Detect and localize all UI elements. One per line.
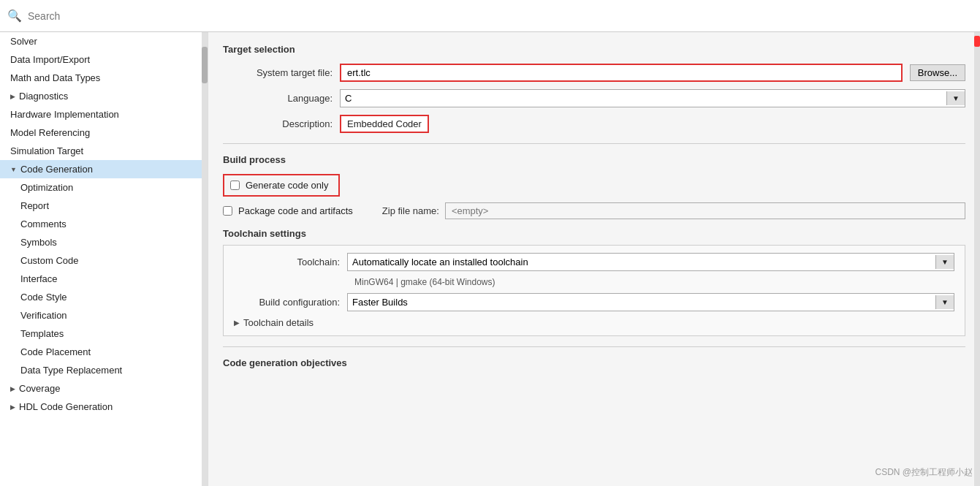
toolchain-details-label: Toolchain details bbox=[243, 317, 314, 328]
coverage-arrow-icon: ▶ bbox=[10, 385, 15, 392]
sidebar-item-optimization[interactable]: Optimization bbox=[0, 178, 208, 197]
templates-label: Templates bbox=[20, 328, 64, 339]
build-process-title: Build process bbox=[223, 154, 965, 165]
verification-label: Verification bbox=[20, 310, 67, 321]
toolchain-select[interactable]: Automatically locate an installed toolch… bbox=[348, 254, 935, 270]
zip-file-label: Zip file name: bbox=[382, 205, 439, 216]
sidebar-item-report[interactable]: Report bbox=[0, 197, 208, 215]
sidebar-item-diagnostics[interactable]: ▶Diagnostics bbox=[0, 87, 208, 105]
code-style-label: Code Style bbox=[20, 292, 67, 303]
sidebar-item-code-generation[interactable]: ▼Code Generation bbox=[0, 160, 208, 178]
sidebar-item-verification[interactable]: Verification bbox=[0, 306, 208, 324]
build-config-select-wrapper: Faster Builds ▼ bbox=[347, 293, 954, 311]
language-select[interactable]: C bbox=[341, 90, 946, 107]
custom-code-label: Custom Code bbox=[20, 255, 78, 266]
system-target-file-row: System target file: Browse... bbox=[223, 64, 965, 82]
build-config-select[interactable]: Faster Builds bbox=[348, 294, 935, 311]
toolchain-label: Toolchain: bbox=[234, 257, 347, 267]
content-scrollbar[interactable] bbox=[974, 32, 980, 486]
description-value: Embedded Coder bbox=[340, 115, 429, 133]
generate-code-checkbox[interactable] bbox=[230, 181, 240, 190]
sidebar-item-simulation-target[interactable]: Simulation Target bbox=[0, 142, 208, 160]
data-import-export-label: Data Import/Export bbox=[10, 54, 90, 65]
search-bar: 🔍 bbox=[0, 0, 980, 32]
simulation-target-label: Simulation Target bbox=[10, 145, 83, 156]
sidebar-item-solver[interactable]: Solver bbox=[0, 32, 208, 50]
comments-label: Comments bbox=[20, 219, 67, 229]
system-target-file-input[interactable] bbox=[340, 64, 903, 82]
sidebar-item-hardware-implementation[interactable]: Hardware Implementation bbox=[0, 105, 208, 124]
report-label: Report bbox=[20, 200, 49, 211]
sidebar: SolverData Import/ExportMath and Data Ty… bbox=[0, 32, 208, 486]
language-row: Language: C ▼ bbox=[223, 89, 965, 107]
content-panel: Target selection System target file: Bro… bbox=[208, 32, 980, 486]
sidebar-item-templates[interactable]: Templates bbox=[0, 324, 208, 343]
sidebar-item-data-import-export[interactable]: Data Import/Export bbox=[0, 50, 208, 69]
language-field: C ▼ bbox=[340, 89, 965, 107]
code-placement-label: Code Placement bbox=[20, 346, 91, 357]
sidebar-scrollbar[interactable] bbox=[202, 32, 208, 486]
code-generation-label: Code Generation bbox=[20, 164, 93, 175]
package-code-checkbox[interactable] bbox=[223, 206, 232, 216]
language-label: Language: bbox=[223, 93, 340, 104]
toolchain-details-row[interactable]: ▶ Toolchain details bbox=[234, 317, 954, 328]
search-icon: 🔍 bbox=[7, 9, 22, 23]
search-input[interactable] bbox=[28, 10, 973, 22]
system-target-file-label: System target file: bbox=[223, 67, 340, 78]
main-content: SolverData Import/ExportMath and Data Ty… bbox=[0, 32, 980, 486]
code-generation-arrow-icon: ▼ bbox=[10, 166, 17, 173]
interface-label: Interface bbox=[20, 273, 58, 284]
toolchain-details-arrow: ▶ bbox=[234, 319, 240, 327]
description-row: Description: Embedded Coder bbox=[223, 115, 965, 133]
package-code-row: Package code and artifacts Zip file name… bbox=[223, 202, 965, 219]
sidebar-item-data-type-replacement[interactable]: Data Type Replacement bbox=[0, 361, 208, 379]
coverage-label: Coverage bbox=[19, 383, 60, 394]
toolchain-row: Toolchain: Automatically locate an insta… bbox=[234, 253, 954, 271]
generate-code-row: Generate code only bbox=[223, 174, 965, 197]
system-target-file-field: Browse... bbox=[340, 64, 965, 82]
sidebar-scroll-thumb bbox=[202, 47, 208, 83]
toolchain-info: MinGW64 | gmake (64-bit Windows) bbox=[234, 277, 954, 287]
build-config-row: Build configuration: Faster Builds ▼ bbox=[234, 293, 954, 311]
generate-code-text: Generate code only bbox=[246, 180, 328, 191]
code-gen-objectives-title: Code generation objectives bbox=[223, 357, 965, 368]
watermark: CSDN @控制工程师小赵 bbox=[875, 466, 973, 479]
description-label: Description: bbox=[223, 118, 340, 129]
generate-code-label[interactable]: Generate code only bbox=[223, 174, 340, 197]
zip-file-input[interactable] bbox=[445, 202, 965, 219]
model-referencing-label: Model Referencing bbox=[10, 127, 90, 138]
solver-label: Solver bbox=[10, 36, 37, 47]
sidebar-item-coverage[interactable]: ▶Coverage bbox=[0, 379, 208, 398]
toolchain-settings-title: Toolchain settings bbox=[223, 228, 965, 239]
target-selection-title: Target selection bbox=[223, 44, 965, 55]
hdl-code-generation-label: HDL Code Generation bbox=[19, 401, 113, 412]
toolchain-select-wrapper: Automatically locate an installed toolch… bbox=[347, 253, 954, 271]
toolchain-box: Toolchain: Automatically locate an insta… bbox=[223, 245, 965, 336]
app-container: 🔍 SolverData Import/ExportMath and Data … bbox=[0, 0, 980, 486]
language-dropdown-arrow[interactable]: ▼ bbox=[946, 91, 965, 105]
sidebar-item-symbols[interactable]: Symbols bbox=[0, 233, 208, 251]
sidebar-item-comments[interactable]: Comments bbox=[0, 215, 208, 233]
sidebar-item-custom-code[interactable]: Custom Code bbox=[0, 251, 208, 270]
sidebar-item-model-referencing[interactable]: Model Referencing bbox=[0, 124, 208, 142]
diagnostics-arrow-icon: ▶ bbox=[10, 93, 15, 100]
data-type-replacement-label: Data Type Replacement bbox=[20, 365, 122, 376]
sidebar-item-interface[interactable]: Interface bbox=[0, 270, 208, 288]
toolchain-dropdown-arrow[interactable]: ▼ bbox=[935, 255, 954, 269]
sidebar-item-code-placement[interactable]: Code Placement bbox=[0, 343, 208, 361]
browse-button[interactable]: Browse... bbox=[910, 64, 965, 81]
content-scroll-thumb bbox=[974, 36, 980, 47]
optimization-label: Optimization bbox=[20, 182, 73, 193]
separator-1 bbox=[223, 143, 965, 144]
separator-2 bbox=[223, 346, 965, 347]
math-data-types-label: Math and Data Types bbox=[10, 72, 100, 83]
build-config-label: Build configuration: bbox=[234, 297, 347, 308]
diagnostics-label: Diagnostics bbox=[19, 91, 68, 102]
symbols-label: Symbols bbox=[20, 237, 57, 248]
package-code-text: Package code and artifacts bbox=[238, 205, 353, 216]
sidebar-item-hdl-code-generation[interactable]: ▶HDL Code Generation bbox=[0, 398, 208, 416]
build-config-dropdown-arrow[interactable]: ▼ bbox=[935, 295, 954, 309]
sidebar-item-math-data-types[interactable]: Math and Data Types bbox=[0, 69, 208, 87]
package-code-label[interactable]: Package code and artifacts bbox=[223, 205, 353, 216]
sidebar-item-code-style[interactable]: Code Style bbox=[0, 288, 208, 306]
